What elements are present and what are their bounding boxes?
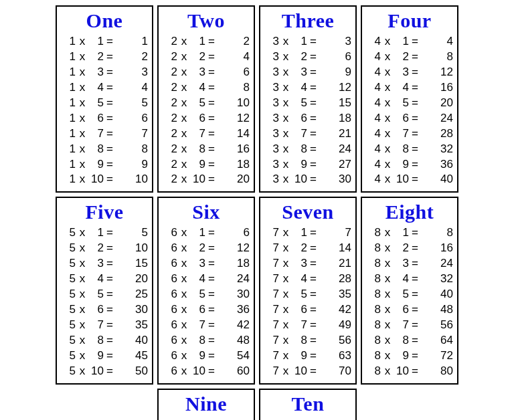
equals-symbol: = — [409, 364, 421, 379]
table-row: 1x4=4 — [61, 80, 148, 96]
equals-symbol: = — [307, 111, 319, 126]
times-symbol: x — [279, 225, 292, 241]
multiplicand: 9 — [163, 417, 177, 420]
equals-symbol: = — [307, 333, 319, 348]
times-symbol: x — [76, 65, 89, 80]
equals-symbol: = — [307, 96, 319, 111]
product: 6 — [218, 65, 250, 80]
equals-symbol: = — [307, 49, 319, 65]
times-symbol: x — [279, 126, 292, 142]
times-symbol: x — [76, 96, 89, 111]
multiplier: 4 — [292, 272, 307, 287]
table-row: 1x3=3 — [61, 65, 148, 80]
multiplicand: 2 — [163, 80, 177, 96]
table-row: 7x8=56 — [264, 333, 351, 348]
times-symbol: x — [381, 241, 394, 256]
table-row: 5x5=25 — [61, 287, 148, 302]
multiplicand: 2 — [163, 172, 177, 187]
multiplicand: 8 — [366, 256, 381, 272]
product: 6 — [218, 225, 250, 241]
equals-symbol: = — [307, 157, 319, 173]
multiplier: 10 — [89, 364, 104, 379]
times-symbol: x — [76, 318, 89, 333]
product: 8 — [421, 225, 453, 241]
times-symbol: x — [279, 142, 292, 157]
equals-symbol: = — [307, 364, 319, 379]
product: 14 — [218, 126, 250, 142]
equals-symbol: = — [104, 65, 116, 80]
table-row: 2x9=18 — [163, 157, 250, 173]
table-title: Three — [264, 9, 351, 31]
times-symbol: x — [381, 49, 394, 65]
table-row: 8x9=72 — [366, 348, 453, 364]
equals-symbol: = — [307, 348, 319, 364]
times-symbol: x — [177, 96, 191, 111]
times-symbol: x — [381, 272, 394, 287]
multiplier: 1 — [191, 225, 205, 241]
table-title: Ten — [264, 393, 351, 415]
product: 30 — [116, 302, 148, 318]
multiplier: 1 — [394, 34, 409, 49]
table-row: 7x9=63 — [264, 348, 351, 364]
product: 4 — [421, 34, 453, 49]
product: 36 — [421, 157, 453, 173]
product: 8 — [218, 80, 250, 96]
multiplier: 9 — [89, 348, 104, 364]
equals-symbol: = — [409, 256, 421, 272]
product: 20 — [218, 172, 250, 187]
table-row: 5x4=20 — [61, 272, 148, 287]
product: 7 — [116, 126, 148, 142]
multiplicand: 3 — [264, 80, 279, 96]
product: 21 — [319, 256, 351, 272]
product: 35 — [116, 318, 148, 333]
multiplicand: 8 — [366, 302, 381, 318]
multiplicand: 6 — [163, 302, 177, 318]
times-symbol: x — [381, 225, 394, 241]
product: 15 — [319, 96, 351, 111]
multiplier: 9 — [292, 157, 307, 173]
table-row: 3x5=15 — [264, 96, 351, 111]
equals-symbol: = — [307, 65, 319, 80]
multiplier: 6 — [394, 302, 409, 318]
multiplier: 9 — [191, 157, 205, 173]
equals-symbol: = — [205, 417, 218, 420]
multiplicand: 7 — [264, 256, 279, 272]
product: 15 — [116, 256, 148, 272]
multiplier: 1 — [89, 34, 104, 49]
times-symbol: x — [381, 302, 394, 318]
table-row: 3x9=27 — [264, 157, 351, 173]
multiplicand: 7 — [264, 364, 279, 379]
times-symbol: x — [279, 65, 292, 80]
times-symbol: x — [177, 364, 191, 379]
times-symbol: x — [76, 256, 89, 272]
equals-symbol: = — [307, 34, 319, 49]
multiplicand: 4 — [366, 96, 381, 111]
times-symbol: x — [177, 333, 191, 348]
times-symbol: x — [76, 34, 89, 49]
equals-symbol: = — [104, 333, 116, 348]
product: 54 — [218, 348, 250, 364]
multiplier: 7 — [191, 126, 205, 142]
table-row: 3x7=21 — [264, 126, 351, 142]
multiplier: 9 — [292, 348, 307, 364]
multiplier: 5 — [394, 287, 409, 302]
multiplier: 10 — [191, 364, 205, 379]
multiplicand: 8 — [366, 318, 381, 333]
multiplicand: 5 — [61, 348, 76, 364]
product: 9 — [218, 417, 250, 420]
multiplier: 4 — [191, 272, 205, 287]
times-symbol: x — [76, 225, 89, 241]
multiplicand: 8 — [366, 225, 381, 241]
equals-symbol: = — [104, 348, 116, 364]
equals-symbol: = — [104, 318, 116, 333]
times-symbol: x — [279, 157, 292, 173]
equals-symbol: = — [409, 241, 421, 256]
equals-symbol: = — [307, 142, 319, 157]
times-symbol: x — [76, 241, 89, 256]
multiplicand: 4 — [366, 49, 381, 65]
times-symbol: x — [177, 65, 191, 80]
multiplier: 5 — [394, 96, 409, 111]
table-title: Five — [61, 201, 148, 223]
multiplier: 8 — [292, 333, 307, 348]
table-row: 1x6=6 — [61, 111, 148, 126]
